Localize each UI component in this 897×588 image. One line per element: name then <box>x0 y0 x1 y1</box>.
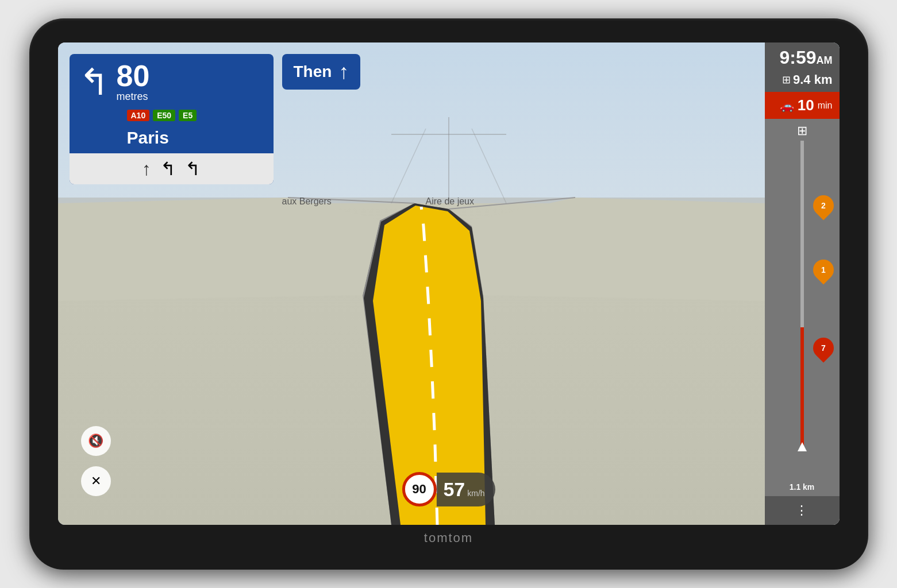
traffic-panel: ⊞ 2 1 7 <box>765 119 840 496</box>
close-button[interactable]: ✕ <box>81 466 111 496</box>
speed-display: 90 57 km/h <box>402 472 495 506</box>
eta-minutes: 10 <box>798 96 814 114</box>
ampm: AM <box>817 55 833 66</box>
time-value: 9:59 <box>779 47 816 68</box>
current-speed-value: 57 <box>443 478 465 501</box>
current-speed-unit: km/h <box>467 489 484 498</box>
road-badge-e5: E5 <box>179 110 197 121</box>
turn-arrow-icon: ↰ <box>79 64 110 100</box>
eta-unit: min <box>818 100 833 111</box>
turn-road-info: A10 E50 E5 <box>70 110 274 126</box>
then-arrow-icon: ↑ <box>338 60 349 84</box>
then-label: Then <box>294 63 332 81</box>
turn-lanes: ↑ ↰ ↰ <box>70 153 274 184</box>
screen: aux Bergers Aire de jeux ↰ 80 metres A10… <box>58 42 840 525</box>
eta-block: 🚗 10 min <box>765 92 840 119</box>
lane-left-turn-1-icon: ↰ <box>160 158 176 180</box>
turn-destination: Paris <box>70 126 274 153</box>
lane-left-turn-2-icon: ↰ <box>185 158 201 180</box>
right-panel: 9:59AM ⊞ 9.4 km 🚗 10 min ⊞ <box>765 42 840 525</box>
remaining-distance: 9.4 km <box>793 72 833 87</box>
device: aux Bergers Aire de jeux ↰ 80 metres A10… <box>29 18 868 570</box>
road-badge-e50: E50 <box>153 110 175 121</box>
brand-label: tomtom <box>424 531 473 546</box>
incident-7-count: 7 <box>821 343 826 353</box>
current-speed-block: 57 km/h <box>436 473 495 506</box>
lane-straight-icon: ↑ <box>142 158 151 180</box>
close-icon: ✕ <box>91 474 101 489</box>
turn-main: ↰ 80 metres <box>70 54 274 110</box>
road-badge-a10: A10 <box>127 110 150 121</box>
svg-line-6 <box>472 129 506 203</box>
incident-2-count: 2 <box>821 201 826 210</box>
traffic-distance: 1.1 km <box>790 482 815 492</box>
incident-1-count: 1 <box>821 265 826 274</box>
turn-panel[interactable]: ↰ 80 metres A10 E50 E5 Paris ↑ ↰ ↰ <box>70 54 274 184</box>
incident-badge-2: 2 <box>809 191 838 220</box>
more-dots-icon: ⋮ <box>795 503 809 517</box>
car-icon: 🚗 <box>780 99 794 113</box>
more-button[interactable]: ⋮ <box>765 496 840 525</box>
mute-icon: 🔇 <box>88 434 103 448</box>
incident-badge-1: 1 <box>809 255 838 284</box>
finish-flag-icon: ⊞ <box>782 74 791 86</box>
time-block: 9:59AM <box>765 42 840 70</box>
time-display: 9:59AM <box>779 47 832 68</box>
then-panel: Then ↑ <box>282 54 361 90</box>
checkered-flag-icon: ⊞ <box>797 123 807 138</box>
svg-line-5 <box>391 129 426 203</box>
remaining-distance-block: ⊞ 9.4 km <box>765 70 840 92</box>
turn-distance-unit: metres <box>117 91 150 103</box>
position-marker-icon <box>798 442 807 451</box>
speed-limit-sign: 90 <box>402 472 436 506</box>
mute-button[interactable]: 🔇 <box>81 426 111 456</box>
turn-distance-number: 80 <box>117 61 150 91</box>
turn-distance: 80 metres <box>117 61 150 103</box>
incident-badge-7: 7 <box>809 333 838 362</box>
traffic-red-segment <box>800 327 804 451</box>
